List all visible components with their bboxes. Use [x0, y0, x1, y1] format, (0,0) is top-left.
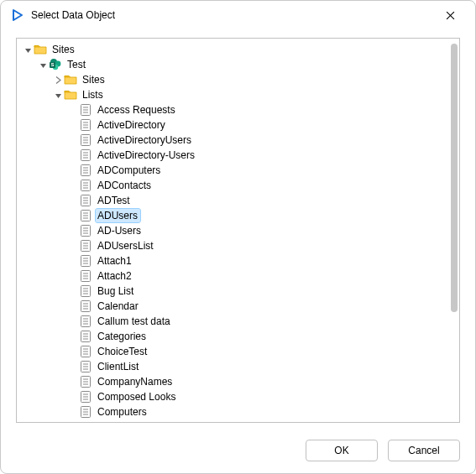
- tree-item-label[interactable]: Callum test data: [96, 315, 173, 328]
- list-icon: [79, 330, 92, 343]
- expander-spacer: [67, 331, 79, 342]
- tree-item-composed-looks[interactable]: Composed Looks: [22, 389, 449, 404]
- expander-spacer: [67, 300, 79, 312]
- expander-spacer: [67, 149, 79, 161]
- tree-item-calendar[interactable]: Calendar: [22, 299, 449, 314]
- tree-item-adcomputers[interactable]: ADComputers: [22, 163, 449, 178]
- tree-item-access-requests[interactable]: Access Requests: [22, 102, 449, 117]
- tree-item-label[interactable]: Sites: [81, 73, 107, 86]
- tree-item-sites[interactable]: Sites: [22, 42, 449, 57]
- tree-item-label[interactable]: ADContacts: [96, 179, 154, 192]
- list-icon: [79, 345, 92, 358]
- cancel-button[interactable]: Cancel: [388, 440, 460, 461]
- chevron-down-icon[interactable]: [52, 89, 64, 101]
- list-icon: [79, 224, 92, 237]
- tree-item-label[interactable]: AD-Users: [96, 224, 144, 237]
- expander-spacer: [67, 104, 79, 116]
- expander-spacer: [67, 391, 79, 403]
- list-icon: [79, 164, 92, 177]
- tree-item-adcontacts[interactable]: ADContacts: [22, 178, 449, 193]
- tree-item-label[interactable]: ActiveDirectory-Users: [96, 148, 197, 162]
- expander-spacer: [67, 346, 79, 357]
- tree-item-categories[interactable]: Categories: [22, 329, 449, 344]
- tree-item-label[interactable]: Bug List: [96, 284, 136, 298]
- tree-item-test[interactable]: STest: [22, 57, 449, 72]
- tree-view[interactable]: SitesSTestSitesListsAccess RequestsActiv…: [16, 38, 460, 423]
- list-icon: [79, 390, 92, 404]
- tree-item-label[interactable]: Test: [65, 58, 88, 71]
- expander-spacer: [67, 119, 79, 131]
- svg-marker-0: [13, 10, 22, 20]
- titlebar: Select Data Object: [1, 1, 475, 29]
- sharepoint-icon: S: [49, 58, 62, 71]
- tree-item-companynames[interactable]: CompanyNames: [22, 374, 449, 389]
- tree-item-label[interactable]: ActiveDirectoryUsers: [96, 133, 194, 147]
- expander-spacer: [67, 195, 79, 206]
- tree-item-ad-users[interactable]: AD-Users: [22, 223, 449, 238]
- expander-spacer: [67, 210, 79, 221]
- close-button[interactable]: [433, 4, 467, 26]
- tree-item-label[interactable]: ClientList: [96, 360, 141, 373]
- list-icon: [79, 315, 92, 328]
- expander-spacer: [67, 225, 79, 237]
- list-icon: [79, 118, 92, 132]
- tree-item-label[interactable]: ADTest: [96, 194, 133, 207]
- tree-item-bug-list[interactable]: Bug List: [22, 284, 449, 299]
- tree-item-lists[interactable]: Lists: [22, 87, 449, 102]
- tree-item-label[interactable]: ActiveDirectory: [96, 118, 168, 132]
- tree-item-attach1[interactable]: Attach1: [22, 253, 449, 268]
- tree-item-adtest[interactable]: ADTest: [22, 193, 449, 208]
- list-icon: [79, 269, 92, 283]
- tree-item-label[interactable]: Computers: [96, 405, 149, 419]
- ok-button[interactable]: OK: [306, 440, 378, 461]
- close-icon: [446, 11, 455, 20]
- tree-item-label[interactable]: Categories: [96, 330, 149, 343]
- chevron-down-icon[interactable]: [22, 44, 34, 55]
- expander-spacer: [67, 315, 79, 327]
- tree-item-label[interactable]: ChoiceTest: [96, 345, 149, 358]
- tree-item-activedirectoryusers[interactable]: ActiveDirectoryUsers: [22, 133, 449, 148]
- list-icon: [79, 148, 92, 162]
- list-icon: [79, 360, 92, 373]
- tree-item-label[interactable]: CompanyNames: [96, 375, 175, 388]
- tree-item-label[interactable]: Lists: [81, 88, 106, 102]
- tree-item-callum-test-data[interactable]: Callum test data: [22, 314, 449, 329]
- window-title: Select Data Object: [31, 9, 433, 21]
- tree-item-activedirectory[interactable]: ActiveDirectory: [22, 117, 449, 133]
- tree-item-label[interactable]: ADComputers: [96, 164, 163, 177]
- tree-item-clientlist[interactable]: ClientList: [22, 359, 449, 374]
- chevron-right-icon[interactable]: [52, 74, 64, 86]
- dialog-content: SitesSTestSitesListsAccess RequestsActiv…: [1, 29, 475, 428]
- tree-item-aduserslist[interactable]: ADUsersList: [22, 238, 449, 253]
- list-icon: [79, 194, 92, 207]
- list-icon: [79, 103, 92, 117]
- chevron-down-icon[interactable]: [37, 59, 49, 70]
- tree-item-attach2[interactable]: Attach2: [22, 268, 449, 284]
- tree-item-label[interactable]: Composed Looks: [96, 390, 178, 404]
- tree-item-adusers[interactable]: ADUsers: [22, 208, 449, 223]
- tree-item-label[interactable]: Attach1: [96, 254, 134, 268]
- tree-item-label[interactable]: Access Requests: [96, 103, 178, 117]
- expander-spacer: [67, 270, 79, 282]
- svg-text:S: S: [51, 62, 55, 67]
- tree-item-sites[interactable]: Sites: [22, 72, 449, 87]
- tree-item-label[interactable]: Attach2: [96, 269, 134, 283]
- expander-spacer: [67, 376, 79, 388]
- tree-item-computers[interactable]: Computers: [22, 404, 449, 419]
- list-icon: [79, 179, 92, 192]
- tree-item-activedirectory-users[interactable]: ActiveDirectory-Users: [22, 148, 449, 163]
- expander-spacer: [67, 406, 79, 418]
- folder-icon: [64, 88, 77, 102]
- scrollbar[interactable]: [451, 44, 458, 417]
- tree-item-label[interactable]: ADUsers: [96, 209, 140, 222]
- scrollbar-thumb[interactable]: [451, 44, 458, 312]
- tree-item-choicetest[interactable]: ChoiceTest: [22, 344, 449, 359]
- list-icon: [79, 254, 92, 268]
- tree-item-label[interactable]: ADUsersList: [96, 239, 156, 253]
- tree-item-label[interactable]: Calendar: [96, 300, 141, 313]
- list-icon: [79, 300, 92, 313]
- list-icon: [79, 405, 92, 419]
- list-icon: [79, 239, 92, 253]
- tree-item-label[interactable]: Sites: [50, 43, 77, 56]
- expander-spacer: [67, 180, 79, 191]
